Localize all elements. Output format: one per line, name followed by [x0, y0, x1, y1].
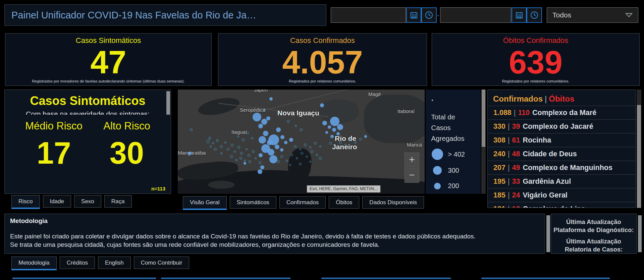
stat-caption: Registrados por relatores comunitários.	[432, 79, 639, 83]
chevron-down-icon	[625, 13, 633, 17]
case-cluster-dot	[246, 132, 249, 134]
case-cluster-dot	[299, 148, 301, 150]
risk-panel-scrollbar[interactable]	[166, 91, 170, 115]
case-cluster-dot	[188, 152, 192, 155]
updates-scrollbar[interactable]	[638, 215, 642, 252]
date-to-calendar-button[interactable]	[512, 7, 527, 23]
date-to-input[interactable]	[440, 7, 511, 23]
stat-title: Casos Confirmados	[218, 36, 427, 45]
legend-circle-medium	[433, 166, 442, 175]
risk-group-medium: Médio Risco 17	[25, 120, 83, 169]
case-cluster-dot	[260, 165, 264, 169]
date-from-input[interactable]	[331, 7, 406, 23]
island-shape	[208, 181, 235, 189]
list-item[interactable]: 195|33Gardênia Azul	[488, 174, 635, 188]
update-line: Última Atualização	[551, 237, 636, 245]
risk-group-high: Alto Risco 30	[103, 120, 150, 169]
date-from-calendar-button[interactable]	[406, 7, 421, 23]
case-cluster-dot	[240, 152, 243, 155]
case-cluster-dot	[287, 120, 290, 123]
case-cluster-dot	[220, 152, 222, 154]
case-cluster-dot	[210, 146, 212, 148]
map-label-mangaratiba: Mangaratiba	[178, 150, 206, 156]
case-cluster-dot	[237, 135, 239, 137]
methodology-panel: Metodologia Este painel foi criado para …	[4, 214, 545, 254]
list-item[interactable]: 1.088|110Complexo da Maré	[488, 106, 635, 119]
case-cluster-dot	[248, 154, 250, 157]
case-cluster-dot	[314, 142, 317, 145]
tab-english[interactable]: English	[98, 257, 131, 269]
case-cluster-dot	[268, 134, 279, 145]
case-cluster-dot	[259, 153, 263, 157]
zoom-in-button[interactable]: +	[405, 153, 419, 167]
tab-raca[interactable]: Raça	[104, 195, 132, 208]
list-item[interactable]: 330|39Complexo do Jacaré	[488, 119, 635, 133]
case-cluster-dot	[284, 141, 287, 144]
case-cluster-dot	[344, 144, 346, 146]
case-cluster-dot	[244, 162, 246, 165]
map-label-itaguai: Itaguaí	[231, 129, 247, 135]
update-line: Relatoria de Casos:	[551, 245, 636, 254]
map-canvas[interactable]: Japeri Seropédica Nova Iguaçu Itaguaí Ma…	[178, 90, 425, 194]
calendar-icon	[515, 11, 523, 19]
tab-sexo[interactable]: Sexo	[74, 195, 101, 208]
tab-confirmados[interactable]: Confirmados	[279, 196, 326, 209]
tab-como-contribuir[interactable]: Como Contribuir	[134, 257, 190, 269]
map-panel-scrollbar[interactable]	[481, 90, 486, 194]
case-cluster-dot	[364, 135, 367, 138]
tab-visao-geral[interactable]: Visão Geral	[183, 196, 227, 210]
case-cluster-dot	[290, 154, 293, 156]
risk-panel-title: Casos Sintomáticos	[5, 94, 171, 108]
legend-item: > 402	[432, 149, 465, 160]
case-cluster-dot	[234, 151, 236, 153]
case-cluster-dot	[258, 124, 263, 128]
list-item[interactable]: 181|18Complexo do Lins	[488, 202, 635, 208]
lake-shape	[197, 95, 241, 118]
case-cluster-dot	[322, 121, 327, 125]
tab-risco[interactable]: Risco	[11, 195, 40, 209]
tab-idade[interactable]: Idade	[43, 195, 71, 208]
date-range-separator: -	[437, 12, 439, 19]
case-cluster-dot	[309, 161, 311, 163]
legend-circle-large	[432, 149, 443, 160]
symptomatic-risk-panel: Casos Sintomáticos Com base na severidad…	[4, 90, 171, 194]
case-cluster-dot	[325, 131, 328, 134]
page-title: Painel Unificador COVID-19 Nas Favelas d…	[5, 5, 326, 25]
tab-sintomaticos[interactable]: Sintomáticos	[230, 196, 276, 209]
bottom-panel-stub	[321, 278, 451, 280]
case-cluster-dot	[309, 146, 311, 148]
list-item[interactable]: 308|61Rocinha	[488, 133, 635, 147]
case-cluster-dot	[206, 140, 210, 143]
category-filter-select[interactable]: Todos	[547, 7, 638, 23]
category-filter-value: Todos	[552, 11, 571, 19]
bottom-panel-stub	[12, 278, 156, 280]
case-cluster-dot	[301, 152, 303, 155]
list-item[interactable]: 185|24Vigário Geral	[488, 188, 635, 202]
tab-dados-disponiveis[interactable]: Dados Disponíveis	[362, 196, 424, 209]
calendar-icon	[410, 11, 418, 19]
map-label-nova-iguacu: Nova Iguaçu	[277, 109, 319, 117]
list-item[interactable]: 207|49Complexo de Manguinhos	[488, 161, 635, 174]
date-to-time-button[interactable]	[527, 7, 542, 23]
case-cluster-dot	[190, 128, 193, 131]
zoom-out-button[interactable]: −	[405, 168, 419, 183]
case-cluster-dot	[212, 142, 214, 144]
list-item[interactable]: 240|48Cidade de Deus	[488, 147, 635, 161]
map-legend: Total de Casos Agregados > 402 300 200	[426, 90, 481, 194]
terrain-shape	[364, 95, 425, 143]
stat-card-deaths: Óbitos Confirmados 639 Registrados por r…	[432, 33, 640, 86]
tab-creditos[interactable]: Créditos	[60, 257, 95, 269]
methodology-scrollbar[interactable]	[546, 215, 550, 252]
case-cluster-dot	[252, 150, 255, 153]
dashboard-root: Painel Unificador COVID-19 Nas Favelas d…	[0, 0, 644, 280]
case-cluster-dot	[334, 146, 336, 148]
footer-tab-bar: Metodologia Créditos English Como Contri…	[11, 257, 189, 270]
case-cluster-dot	[280, 155, 283, 158]
ranking-scrollbar[interactable]	[637, 90, 641, 208]
tab-metodologia[interactable]: Metodologia	[11, 257, 57, 270]
tab-obitos[interactable]: Óbitos	[329, 196, 359, 209]
case-cluster-dot	[304, 144, 307, 146]
date-from-time-button[interactable]	[421, 7, 437, 23]
case-cluster-dot	[329, 142, 332, 145]
case-cluster-dot	[208, 137, 211, 139]
